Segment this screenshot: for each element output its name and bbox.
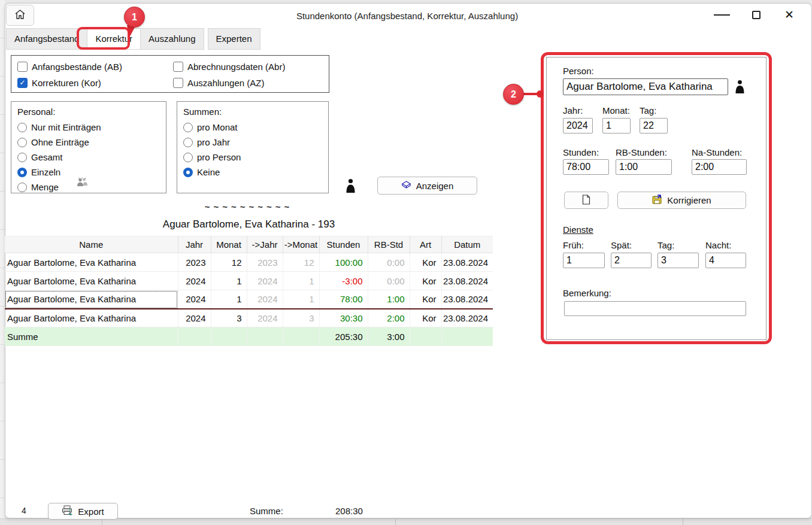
column-header-Stunden[interactable]: Stunden bbox=[319, 236, 368, 253]
person-picker-icon[interactable] bbox=[735, 80, 745, 96]
checkbox-label: Korrekturen (Kor) bbox=[32, 78, 101, 88]
nacht-label: Nacht: bbox=[705, 240, 731, 250]
column-header-Art[interactable]: Art bbox=[410, 236, 441, 253]
radio-Keine[interactable]: Keine bbox=[183, 165, 328, 180]
dienste-tag-input[interactable] bbox=[658, 253, 699, 268]
table-row[interactable]: Aguar Bartolome, Eva Katharina2023122023… bbox=[5, 253, 493, 272]
table-row[interactable]: Aguar Bartolome, Eva Katharina2024120241… bbox=[5, 290, 493, 309]
checkbox-unchecked-icon bbox=[173, 62, 183, 72]
new-entry-button[interactable] bbox=[564, 192, 608, 209]
radio-pro Monat[interactable]: pro Monat bbox=[183, 120, 328, 135]
checkbox-Korrekturen (Kor)[interactable]: ✓Korrekturen (Kor) bbox=[17, 77, 173, 89]
rb-stunden-label: RB-Stunden: bbox=[616, 147, 667, 157]
new-document-icon bbox=[582, 195, 590, 207]
person-icon bbox=[346, 178, 356, 196]
summen-group: Summen: pro Monatpro Jahrpro PersonKeine bbox=[177, 101, 329, 193]
filter-group: Anfangsbestände (AB)✓Korrekturen (Kor) A… bbox=[11, 55, 329, 93]
radio-label: Keine bbox=[197, 167, 220, 177]
jahr-input[interactable] bbox=[563, 118, 593, 133]
stunden-label: Stunden: bbox=[563, 147, 599, 157]
checkbox-Anfangsbestände (AB)[interactable]: Anfangsbestände (AB) bbox=[17, 60, 173, 72]
annotation-badge-1: 1 bbox=[124, 7, 145, 28]
na-stunden-input[interactable] bbox=[692, 159, 747, 175]
printer-icon bbox=[62, 505, 73, 517]
minimize-button[interactable] bbox=[714, 14, 730, 16]
person-input[interactable] bbox=[563, 78, 728, 95]
frueh-input[interactable] bbox=[563, 253, 605, 268]
background-divider bbox=[102, 519, 102, 525]
footer-summe-label: Summe: bbox=[250, 506, 283, 516]
checkbox-label: Abrechnungsdaten (Abr) bbox=[187, 62, 285, 72]
bemerkung-input[interactable] bbox=[564, 301, 746, 316]
filter-column-left: Anfangsbestände (AB)✓Korrekturen (Kor) bbox=[17, 60, 173, 92]
stunden-input[interactable] bbox=[563, 159, 609, 175]
column-header-Jahr[interactable]: Jahr bbox=[178, 236, 211, 253]
annotation-badge2-dot bbox=[537, 90, 544, 98]
table-row[interactable]: Aguar Bartolome, Eva Katharina2024320243… bbox=[5, 309, 493, 327]
column-header-->Jahr[interactable]: ->Jahr bbox=[247, 236, 283, 253]
radio-pro Jahr[interactable]: pro Jahr bbox=[183, 135, 328, 150]
frueh-label: Früh: bbox=[563, 240, 584, 250]
jahr-label: Jahr: bbox=[563, 105, 583, 116]
spaet-input[interactable] bbox=[611, 253, 652, 268]
radio-pro Person[interactable]: pro Person bbox=[183, 150, 328, 165]
export-button[interactable]: Export bbox=[48, 503, 118, 520]
close-button[interactable]: ✕ bbox=[784, 8, 794, 22]
background-divider bbox=[395, 519, 396, 525]
column-header-->Monat[interactable]: ->Monat bbox=[283, 236, 319, 253]
nacht-input[interactable] bbox=[705, 253, 746, 268]
tab-bar: AnfangsbestandKorrekturAuszahlungExperte… bbox=[6, 28, 260, 50]
checkbox-checked-icon: ✓ bbox=[17, 78, 28, 88]
summen-options: pro Monatpro Jahrpro PersonKeine bbox=[183, 120, 328, 180]
checkbox-unchecked-icon bbox=[17, 62, 28, 72]
radio-icon bbox=[17, 153, 27, 162]
radio-Einzeln[interactable]: Einzeln bbox=[17, 165, 166, 180]
radio-label: Einzeln bbox=[31, 167, 60, 177]
radio-icon bbox=[183, 138, 193, 147]
radio-Ohne Einträge[interactable]: Ohne Einträge bbox=[17, 135, 166, 150]
radio-label: Ohne Einträge bbox=[31, 137, 89, 147]
column-header-Datum[interactable]: Datum bbox=[441, 236, 493, 253]
column-header-RB-Std[interactable]: RB-Std bbox=[368, 236, 410, 253]
people-group-icon bbox=[77, 177, 88, 190]
checkbox-Auszahlungen (AZ)[interactable]: Auszahlungen (AZ) bbox=[173, 77, 329, 89]
radio-Nur mit Einträgen[interactable]: Nur mit Einträgen bbox=[17, 120, 166, 135]
korrigieren-button[interactable]: Korrigieren bbox=[617, 192, 746, 209]
tilde-separator: ~~~~~~~~~~ bbox=[5, 202, 493, 212]
tag-input[interactable] bbox=[640, 118, 668, 133]
anzeigen-label: Anzeigen bbox=[416, 181, 454, 191]
checkbox-unchecked-icon bbox=[173, 78, 183, 88]
home-icon bbox=[14, 9, 26, 22]
tab-anfangsbestand[interactable]: Anfangsbestand bbox=[6, 28, 87, 50]
radio-Menge[interactable]: Menge bbox=[17, 180, 166, 195]
bemerkung-label: Bemerkung: bbox=[563, 288, 611, 298]
checkbox-Abrechnungsdaten (Abr)[interactable]: Abrechnungsdaten (Abr) bbox=[173, 60, 329, 72]
radio-label: pro Monat bbox=[197, 122, 238, 132]
dienste-heading: Dienste bbox=[563, 224, 593, 235]
tab-experten[interactable]: Experten bbox=[208, 28, 260, 50]
tab-auszahlung[interactable]: Auszahlung bbox=[140, 28, 204, 50]
filter-column-right: Abrechnungsdaten (Abr)Auszahlungen (AZ) bbox=[173, 60, 329, 92]
radio-icon bbox=[183, 153, 193, 162]
tab-korrektur[interactable]: Korrektur bbox=[87, 28, 141, 50]
checkbox-label: Auszahlungen (AZ) bbox=[187, 78, 264, 88]
screen: Stundenkonto (Anfangsbestand, Korrektur,… bbox=[0, 0, 812, 525]
monat-input[interactable] bbox=[602, 118, 631, 133]
save-icon bbox=[652, 195, 662, 206]
maximize-button[interactable] bbox=[752, 11, 761, 19]
personal-options: Nur mit EinträgenOhne EinträgeGesamtEinz… bbox=[17, 120, 166, 195]
window-title: Stundenkonto (Anfangsbestand, Korrektur,… bbox=[180, 11, 635, 21]
radio-Gesamt[interactable]: Gesamt bbox=[17, 150, 166, 165]
background-window-edge bbox=[0, 0, 5, 525]
anzeigen-button[interactable]: Anzeigen bbox=[377, 177, 477, 195]
radio-label: Gesamt bbox=[31, 152, 63, 162]
column-header-Monat[interactable]: Monat bbox=[211, 236, 247, 253]
home-button[interactable] bbox=[6, 5, 34, 26]
rb-stunden-input[interactable] bbox=[616, 159, 672, 175]
personal-group: Personal: Nur mit EinträgenOhne Einträge… bbox=[11, 101, 166, 193]
table-row[interactable]: Aguar Bartolome, Eva Katharina2024120241… bbox=[5, 272, 493, 290]
column-header-Name[interactable]: Name bbox=[5, 236, 178, 253]
monat-label: Monat: bbox=[602, 105, 630, 116]
radio-label: Nur mit Einträgen bbox=[31, 122, 101, 132]
book-icon bbox=[401, 180, 411, 191]
